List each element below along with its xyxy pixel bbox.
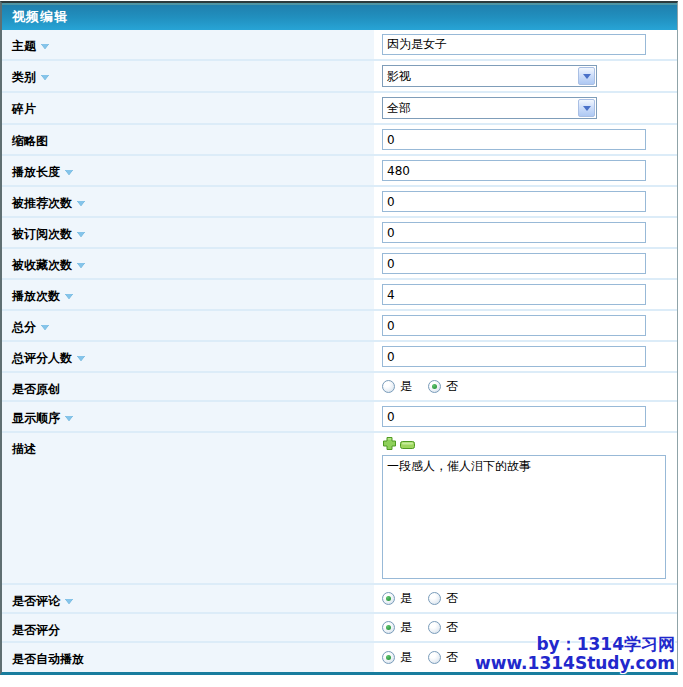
field-label: 是否自动播放 (12, 652, 84, 666)
radio-button[interactable] (428, 380, 441, 393)
field-label: 显示顺序 (12, 411, 60, 425)
radio-button[interactable] (382, 380, 395, 393)
dropdown-select[interactable]: 影视 (382, 65, 597, 87)
text-input[interactable] (382, 34, 646, 55)
field-value-cell: 是否 (374, 643, 677, 672)
radio-label: 否 (446, 649, 458, 666)
radio-group: 是否 (382, 619, 474, 636)
field-label-cell: 被推荐次数 (2, 187, 374, 216)
chevron-down-icon (583, 106, 591, 111)
field-label: 被推荐次数 (12, 196, 72, 210)
sort-arrow-icon[interactable] (41, 75, 49, 80)
sort-arrow-icon[interactable] (65, 294, 73, 299)
field-label: 是否原创 (12, 382, 60, 396)
form-row: 是否自动播放是否 (2, 643, 677, 672)
text-input[interactable] (382, 406, 646, 427)
field-label-cell: 播放次数 (2, 280, 374, 309)
radio-label: 是 (400, 378, 412, 395)
field-value-cell: 影视 (374, 61, 677, 91)
radio-label: 是 (400, 619, 412, 636)
form-row: 是否评分是否 (2, 614, 677, 643)
field-label-cell: 是否原创 (2, 373, 374, 400)
text-input[interactable] (382, 222, 646, 243)
dropdown-selected-value: 全部 (383, 100, 411, 117)
sort-arrow-icon[interactable] (41, 325, 49, 330)
text-input[interactable] (382, 191, 646, 212)
field-value-cell (374, 249, 677, 278)
chevron-down-icon (583, 74, 591, 79)
text-input[interactable] (382, 315, 646, 336)
field-label-cell: 碎片 (2, 93, 374, 123)
field-label-cell: 是否自动播放 (2, 643, 374, 672)
description-toolbar (382, 437, 415, 453)
field-label-cell: 是否评分 (2, 614, 374, 641)
radio-label: 是 (400, 590, 412, 607)
text-input[interactable] (382, 160, 646, 181)
field-label-cell: 是否评论 (2, 585, 374, 612)
form-row: 总评分人数 (2, 342, 677, 373)
dropdown-selected-value: 影视 (383, 68, 411, 85)
radio-button[interactable] (428, 651, 441, 664)
dropdown-button[interactable] (578, 99, 595, 117)
field-label: 碎片 (12, 102, 36, 116)
description-textarea[interactable] (382, 455, 666, 579)
video-edit-panel: 视频编辑 主题类别影视碎片全部缩略图播放长度被推荐次数被订阅次数被收藏次数播放次… (0, 1, 678, 675)
field-label-cell: 显示顺序 (2, 402, 374, 431)
field-label-cell: 主题 (2, 30, 374, 59)
field-label: 总评分人数 (12, 351, 72, 365)
field-label: 总分 (12, 320, 36, 334)
sort-arrow-icon[interactable] (77, 356, 85, 361)
form-row: 播放长度 (2, 156, 677, 187)
field-label-cell: 缩略图 (2, 125, 374, 154)
field-label-cell: 描述 (2, 433, 374, 583)
radio-group: 是否 (382, 590, 474, 607)
field-label: 类别 (12, 70, 36, 84)
dropdown-button[interactable] (578, 67, 595, 85)
radio-group: 是否 (382, 378, 474, 395)
radio-button[interactable] (382, 592, 395, 605)
form-row: 描述 (2, 433, 677, 585)
field-label: 播放次数 (12, 289, 60, 303)
text-input[interactable] (382, 284, 646, 305)
radio-button[interactable] (428, 621, 441, 634)
field-label: 被收藏次数 (12, 258, 72, 272)
form-row: 播放次数 (2, 280, 677, 311)
form-row: 是否原创是否 (2, 373, 677, 402)
remove-icon[interactable] (400, 438, 415, 452)
field-label: 是否评论 (12, 594, 60, 608)
field-value-cell: 是否 (374, 614, 677, 641)
field-value-cell (374, 30, 677, 59)
sort-arrow-icon[interactable] (65, 416, 73, 421)
radio-button[interactable] (428, 592, 441, 605)
radio-group: 是否 (382, 649, 474, 666)
field-label: 主题 (12, 39, 36, 53)
sort-arrow-icon[interactable] (77, 201, 85, 206)
dropdown-select[interactable]: 全部 (382, 97, 597, 119)
field-label: 描述 (12, 442, 36, 456)
form-row: 是否评论是否 (2, 585, 677, 614)
field-label-cell: 被收藏次数 (2, 249, 374, 278)
field-value-cell (374, 156, 677, 185)
field-value-cell: 是否 (374, 373, 677, 400)
field-label-cell: 总分 (2, 311, 374, 340)
field-value-cell (374, 218, 677, 247)
text-input[interactable] (382, 129, 646, 150)
sort-arrow-icon[interactable] (77, 263, 85, 268)
field-label: 被订阅次数 (12, 227, 72, 241)
sort-arrow-icon[interactable] (77, 232, 85, 237)
form-row: 总分 (2, 311, 677, 342)
field-value-cell: 是否 (374, 585, 677, 612)
radio-button[interactable] (382, 621, 395, 634)
sort-arrow-icon[interactable] (65, 599, 73, 604)
field-value-cell (374, 280, 677, 309)
field-label: 播放长度 (12, 165, 60, 179)
field-label: 缩略图 (12, 134, 48, 148)
add-icon[interactable] (382, 436, 397, 454)
sort-arrow-icon[interactable] (65, 170, 73, 175)
text-input[interactable] (382, 253, 646, 274)
radio-label: 是 (400, 649, 412, 666)
sort-arrow-icon[interactable] (41, 44, 49, 49)
text-input[interactable] (382, 346, 646, 367)
radio-button[interactable] (382, 651, 395, 664)
form-row: 显示顺序 (2, 402, 677, 433)
